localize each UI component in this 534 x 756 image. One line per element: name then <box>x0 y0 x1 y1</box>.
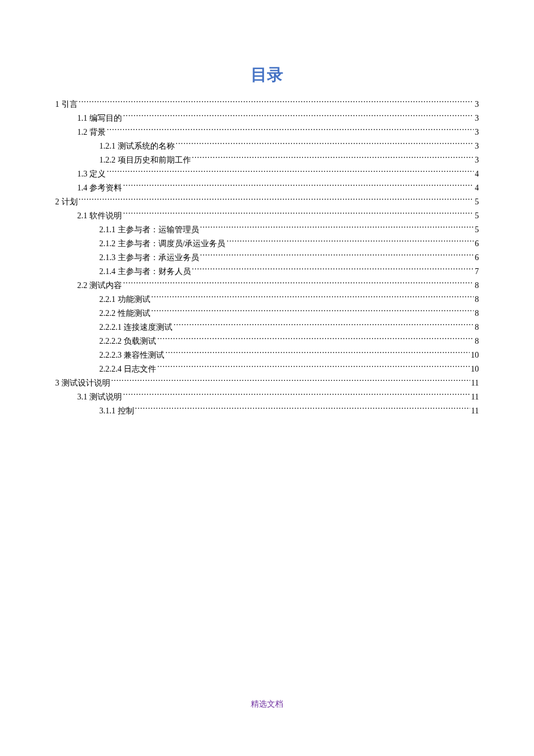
toc-entry[interactable]: 2.1.3 主参与者：承运业务员6 <box>55 251 479 265</box>
toc-leader-dots <box>157 363 470 372</box>
toc-entry[interactable]: 1.2.1 测试系统的名称3 <box>55 139 479 153</box>
toc-leader-dots <box>123 210 474 218</box>
toc-leader-dots <box>107 168 474 177</box>
toc-entry-label: 1.2 背景 <box>77 125 106 139</box>
toc-entry-page: 11 <box>471 376 479 390</box>
toc-entry-page: 8 <box>475 334 479 348</box>
toc-entry[interactable]: 2.2.2.4 日志文件10 <box>55 362 479 376</box>
toc-entry-page: 6 <box>475 237 479 251</box>
toc-entry-label: 2.2.2.1 连接速度测试 <box>99 321 172 334</box>
toc-entry[interactable]: 2.2.2.2 负载测试8 <box>55 334 479 348</box>
toc-entry-label: 2.2.1 功能测试 <box>99 293 150 307</box>
toc-entry-label: 1.2.2 项目历史和前期工作 <box>99 153 191 167</box>
toc-entry-page: 4 <box>475 167 479 181</box>
toc-entry[interactable]: 3.1 测试说明11 <box>55 390 479 404</box>
toc-leader-dots <box>151 294 474 302</box>
document-page: 目录 1 引言31.1 编写目的31.2 背景31.2.1 测试系统的名称31.… <box>0 0 534 447</box>
toc-entry[interactable]: 2.2.2.1 连接速度测试8 <box>55 321 479 334</box>
toc-leader-dots <box>200 252 474 260</box>
toc-entry-label: 3 测试设计说明 <box>55 376 110 390</box>
toc-entry-label: 2.2.2.2 负载测试 <box>99 334 156 348</box>
toc-entry-label: 2 计划 <box>55 195 78 209</box>
toc-title: 目录 <box>55 64 479 86</box>
toc-entry-page: 10 <box>471 362 479 376</box>
toc-leader-dots <box>192 266 474 274</box>
toc-entry-page: 5 <box>475 209 479 223</box>
toc-entry[interactable]: 2 计划5 <box>55 195 479 209</box>
toc-entry-label: 3.1 测试说明 <box>77 390 122 404</box>
toc-leader-dots <box>165 350 470 358</box>
toc-entry-page: 6 <box>475 251 479 265</box>
toc-leader-dots <box>176 141 474 149</box>
toc-entry[interactable]: 2.2 测试内容8 <box>55 279 479 293</box>
page-footer: 精选文档 <box>0 699 534 710</box>
toc-entry-label: 2.2 测试内容 <box>77 279 122 293</box>
toc-entry-label: 2.2.2.4 日志文件 <box>99 362 156 376</box>
toc-entry[interactable]: 2.2.2.3 兼容性测试10 <box>55 348 479 362</box>
toc-entry[interactable]: 2.1.1 主参与者：运输管理员5 <box>55 223 479 237</box>
toc-entry-page: 3 <box>475 139 479 153</box>
toc-entry[interactable]: 1 引言3 <box>55 98 479 111</box>
toc-entry-page: 7 <box>475 265 479 279</box>
toc-entry[interactable]: 1.3 定义4 <box>55 167 479 181</box>
toc-entry[interactable]: 3 测试设计说明11 <box>55 376 479 390</box>
toc-entry-label: 2.2.2.3 兼容性测试 <box>99 348 164 362</box>
toc-leader-dots <box>135 405 470 413</box>
toc-entry[interactable]: 2.1 软件说明5 <box>55 209 479 223</box>
toc-entry-page: 3 <box>475 98 479 111</box>
toc-entry-page: 3 <box>475 153 479 167</box>
toc-entry-label: 2.1.3 主参与者：承运业务员 <box>99 251 199 265</box>
toc-entry[interactable]: 1.1 编写目的3 <box>55 111 479 125</box>
toc-entry-label: 2.1 软件说明 <box>77 209 122 223</box>
toc-leader-dots <box>79 99 474 107</box>
toc-entry-page: 8 <box>475 279 479 293</box>
toc-entry-label: 1.4 参考资料 <box>77 181 122 195</box>
toc-entry-label: 2.2.2 性能测试 <box>99 307 150 321</box>
toc-entry[interactable]: 1.4 参考资料4 <box>55 181 479 195</box>
toc-entry[interactable]: 2.1.4 主参与者：财务人员7 <box>55 265 479 279</box>
toc-entry-page: 4 <box>475 181 479 195</box>
toc-entry-page: 5 <box>475 223 479 237</box>
toc-entry-page: 11 <box>471 404 479 418</box>
toc-entry[interactable]: 2.1.2 主参与者：调度员/承运业务员 6 <box>55 237 479 251</box>
toc-entry-page: 8 <box>475 293 479 307</box>
toc-entry-page: 3 <box>475 125 479 139</box>
toc-entry-label: 1.3 定义 <box>77 167 106 181</box>
toc-entry-page: 10 <box>471 348 479 362</box>
toc-leader-dots <box>123 280 474 288</box>
toc-leader-dots <box>174 322 474 330</box>
toc-leader-dots <box>157 336 474 344</box>
toc-leader-dots <box>123 182 474 190</box>
toc-leader-dots <box>123 391 470 399</box>
toc-entry-page: 5 <box>475 195 479 209</box>
toc-list: 1 引言31.1 编写目的31.2 背景31.2.1 测试系统的名称31.2.2… <box>55 98 479 418</box>
toc-entry-label: 1 引言 <box>55 98 78 111</box>
toc-leader-dots <box>226 238 474 246</box>
toc-leader-dots <box>200 224 474 232</box>
toc-entry-label: 2.1.1 主参与者：运输管理员 <box>99 223 199 237</box>
toc-entry-page: 3 <box>475 111 479 125</box>
toc-entry[interactable]: 1.2.2 项目历史和前期工作3 <box>55 153 479 167</box>
toc-leader-dots <box>151 308 474 316</box>
toc-leader-dots <box>111 377 470 386</box>
toc-leader-dots <box>79 196 474 204</box>
toc-entry-page: 8 <box>475 321 479 334</box>
toc-leader-dots <box>192 154 474 163</box>
toc-entry[interactable]: 2.2.2 性能测试8 <box>55 307 479 321</box>
toc-entry-label: 1.1 编写目的 <box>77 111 122 125</box>
toc-leader-dots <box>123 113 474 121</box>
toc-entry[interactable]: 2.2.1 功能测试8 <box>55 293 479 307</box>
toc-leader-dots <box>107 127 474 135</box>
toc-entry-label: 2.1.4 主参与者：财务人员 <box>99 265 191 279</box>
toc-entry-label: 3.1.1 控制 <box>99 404 134 418</box>
toc-entry-page: 8 <box>475 307 479 321</box>
toc-entry-label: 2.1.2 主参与者：调度员/承运业务员 <box>99 237 225 251</box>
toc-entry[interactable]: 3.1.1 控制11 <box>55 404 479 418</box>
toc-entry[interactable]: 1.2 背景3 <box>55 125 479 139</box>
toc-entry-page: 11 <box>471 390 479 404</box>
toc-entry-label: 1.2.1 测试系统的名称 <box>99 139 175 153</box>
